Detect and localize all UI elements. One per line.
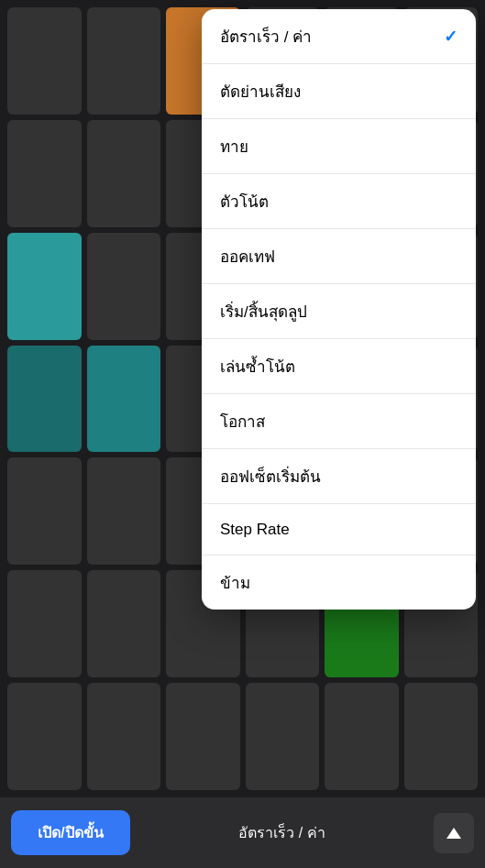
menu-item-cut-freq[interactable]: ตัดย่านเสียง [202,64,476,119]
menu-item-repeat-note[interactable]: เล่นซ้ำโน้ต [202,339,476,394]
menu-item-label: ตัดย่านเสียง [220,79,301,104]
menu-item-octave[interactable]: ออคเทฟ [202,229,476,284]
menu-item-rate-value[interactable]: อัตราเร็ว / ค่า ✓ [202,9,476,64]
arrow-up-button[interactable] [434,813,474,853]
grid-cell [87,570,161,677]
grid-cell [246,683,320,790]
menu-item-label: ตัวโน้ต [220,189,269,214]
grid-cell [7,570,82,677]
menu-item-label: โอกาส [220,409,265,434]
menu-item-label: ออคเทฟ [220,244,275,269]
menu-item-loop-start-end[interactable]: เริ่ม/สิ้นสุดลูป [202,284,476,339]
grid-cell [87,683,161,790]
grid-cell [7,346,82,453]
grid-cell [7,683,82,790]
grid-cell [87,346,161,453]
menu-item-label: ออฟเซ็ตเริ่มต้น [220,464,321,489]
grid-cell [7,457,82,565]
grid-cell [404,683,479,790]
menu-item-label: อัตราเร็ว / ค่า [220,24,312,49]
menu-item-chance[interactable]: โอกาส [202,394,476,449]
menu-item-label: ข้าม [220,570,250,595]
grid-cell [166,683,240,790]
menu-item-start-offset[interactable]: ออฟเซ็ตเริ่มต้น [202,449,476,504]
grid-cell [7,120,82,227]
menu-item-skip[interactable]: ข้าม [202,555,476,610]
menu-item-label: เริ่ม/สิ้นสุดลูป [220,299,307,324]
menu-item-note[interactable]: ตัวโน้ต [202,174,476,229]
grid-cell [7,7,82,115]
dropdown-menu: อัตราเร็ว / ค่า ✓ ตัดย่านเสียง ทาย ตัวโน… [202,9,476,610]
grid-cell [87,233,161,340]
toolbar-mode-label: อัตราเร็ว / ค่า [139,821,424,844]
grid-cell [87,7,161,115]
grid-cell [87,120,161,227]
grid-cell [7,233,82,340]
menu-item-label: Step Rate [220,521,290,539]
bottom-toolbar: เปิด/ปิดขั้น อัตราเร็ว / ค่า [0,797,485,868]
menu-item-tai[interactable]: ทาย [202,119,476,174]
menu-item-label: เล่นซ้ำโน้ต [220,354,295,379]
grid-cell [87,457,161,565]
menu-item-label: ทาย [220,134,248,159]
grid-cell [325,683,399,790]
checkmark-icon: ✓ [444,27,457,47]
toggle-step-button[interactable]: เปิด/ปิดขั้น [11,810,130,855]
menu-item-step-rate[interactable]: Step Rate [202,504,476,555]
chevron-up-icon [446,828,461,839]
